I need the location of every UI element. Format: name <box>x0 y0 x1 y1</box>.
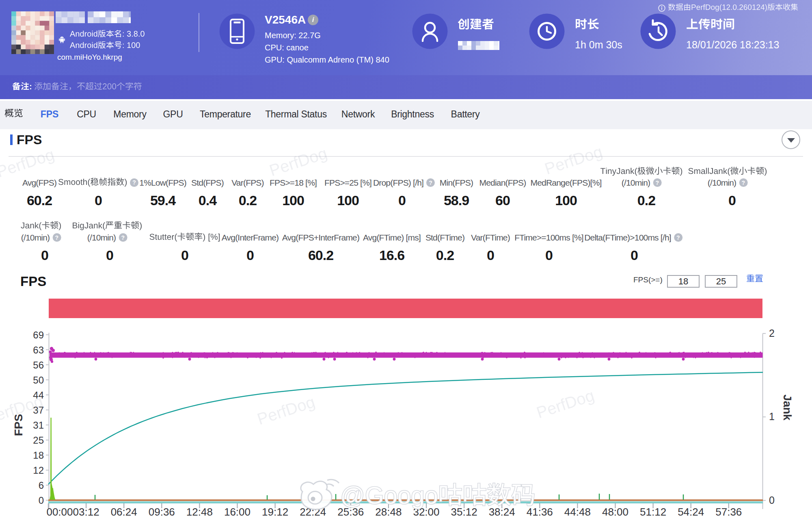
svg-text:03:12: 03:12 <box>73 506 99 518</box>
svg-text:28:48: 28:48 <box>375 506 402 518</box>
svg-text:19:12: 19:12 <box>262 506 288 518</box>
svg-text:09:36: 09:36 <box>149 506 175 518</box>
svg-text:56: 56 <box>33 360 44 371</box>
svg-text:38:24: 38:24 <box>489 506 515 518</box>
svg-text:06:24: 06:24 <box>111 506 137 518</box>
svg-text:35:12: 35:12 <box>451 506 477 518</box>
svg-text:63: 63 <box>33 345 44 355</box>
svg-text:51:12: 51:12 <box>640 506 666 518</box>
svg-text:12: 12 <box>33 465 44 476</box>
svg-text:54:24: 54:24 <box>678 506 704 518</box>
svg-text:1: 1 <box>769 411 775 422</box>
svg-text:25: 25 <box>33 435 44 446</box>
svg-text:6: 6 <box>39 480 44 491</box>
svg-text:44:48: 44:48 <box>564 506 591 518</box>
svg-text:50: 50 <box>33 375 44 386</box>
svg-text:44: 44 <box>33 390 44 401</box>
svg-text:Jank: Jank <box>781 394 794 420</box>
svg-text:00:00: 00:00 <box>46 506 73 518</box>
svg-text:16:00: 16:00 <box>224 506 251 518</box>
svg-text:FPS: FPS <box>12 414 25 436</box>
svg-text:12:48: 12:48 <box>186 506 213 518</box>
svg-text:31: 31 <box>33 420 44 431</box>
svg-text:18: 18 <box>33 450 44 461</box>
svg-text:0: 0 <box>769 494 775 506</box>
svg-text:2: 2 <box>769 327 775 339</box>
svg-text:41:36: 41:36 <box>527 506 553 518</box>
svg-text:48:00: 48:00 <box>602 506 628 518</box>
svg-text:0: 0 <box>39 495 44 506</box>
svg-text:69: 69 <box>33 329 44 340</box>
svg-text:57:36: 57:36 <box>715 506 742 518</box>
